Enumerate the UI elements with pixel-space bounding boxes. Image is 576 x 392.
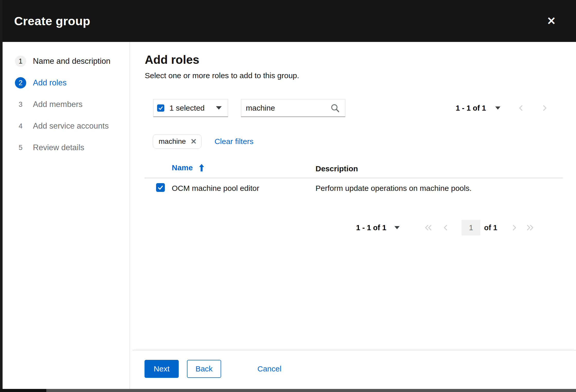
bulk-select-toggle[interactable]: 1 selected [153,99,228,117]
next-button[interactable]: Next [145,360,179,378]
step-number: 4 [15,120,26,132]
back-button[interactable]: Back [187,360,221,378]
bulk-select-label: 1 selected [169,104,205,112]
column-header-description: Description [316,164,358,173]
column-header-name-sort[interactable]: Name [172,163,205,172]
pagination-bottom: 1 - 1 of 1 of 1 [356,219,536,237]
step-label: Add roles [33,78,67,87]
search-field [241,99,345,117]
step-number: 5 [15,142,26,153]
step-label: Add members [33,100,83,109]
step-number: 2 [15,77,26,88]
filter-chip: machine ✕ [153,134,202,149]
close-icon: ✕ [191,137,197,146]
wizard-body: Add roles Select one or more roles to ad… [132,42,576,389]
step-add-service-accounts[interactable]: 4 Add service accounts [3,115,130,137]
underlying-page-left-edge [0,0,3,392]
caret-down-icon [495,106,500,110]
wizard-nav: 1 Name and description 2 Add roles 3 Add… [3,42,130,389]
check-icon [158,105,164,111]
cancel-button[interactable]: Cancel [256,360,283,378]
modal-title: Create group [14,14,90,28]
step-name-and-description[interactable]: 1 Name and description [3,50,130,72]
column-header-name: Name [172,163,193,172]
close-icon: ✕ [547,16,556,26]
bulk-select-checkbox[interactable] [157,104,164,112]
chevron-left-icon [442,224,449,231]
double-chevron-left-icon [424,224,433,231]
role-description-cell: Perform update operations on machine poo… [316,184,472,193]
search-input[interactable] [241,104,328,112]
step-number: 1 [15,56,26,67]
sort-ascending-icon [199,164,205,172]
first-page-button[interactable] [423,220,434,235]
double-chevron-right-icon [525,224,535,231]
pagination-summary: 1 - 1 of 1 [456,104,486,112]
chevron-left-icon [517,104,525,112]
page-title: Add roles [145,53,199,67]
step-label: Name and description [33,57,111,66]
caret-down-icon [394,226,400,229]
row-checkbox[interactable] [156,183,165,192]
page-subtitle: Select one or more roles to add to this … [145,71,299,80]
pagination-menu-toggle[interactable]: 1 - 1 of 1 [456,104,500,112]
step-review-details[interactable]: 5 Review details [3,137,130,158]
step-add-members[interactable]: 3 Add members [3,94,130,115]
prev-page-button[interactable] [440,220,451,235]
page-input[interactable] [462,220,480,235]
table-header-divider [145,178,563,178]
step-label: Add service accounts [33,121,109,131]
chevron-right-icon [541,104,548,112]
prev-page-button[interactable] [515,100,527,116]
step-add-roles[interactable]: 2 Add roles [3,72,130,94]
close-button[interactable]: ✕ [540,10,563,32]
wizard-header: Create group ✕ [3,0,576,42]
step-label: Review details [33,143,84,152]
underlying-page-bottom-dark [0,389,46,392]
underlying-page-bottom-gray [46,389,576,392]
pagination-summary: 1 - 1 of 1 [356,224,386,232]
role-name-cell: OCM machine pool editor [172,184,259,193]
step-number: 3 [15,99,26,110]
create-group-modal: Create group ✕ 1 Name and description 2 … [3,0,576,389]
last-page-button[interactable] [524,220,536,235]
clear-filters-button[interactable]: Clear filters [214,137,254,146]
wizard-footer: Next Back Cancel [132,350,576,389]
page-of-label: of 1 [484,224,497,232]
chip-label: machine [159,137,186,146]
check-icon [157,184,164,191]
next-page-button[interactable] [539,100,550,116]
chip-remove-button[interactable]: ✕ [191,138,197,145]
search-icon [330,103,340,113]
next-page-button[interactable] [509,220,520,235]
pagination-menu-toggle[interactable]: 1 - 1 of 1 [356,224,400,232]
pagination-top: 1 - 1 of 1 [456,99,550,117]
chevron-right-icon [510,224,518,231]
filter-chip-group: machine ✕ Clear filters [153,134,254,149]
caret-down-icon [216,106,222,110]
